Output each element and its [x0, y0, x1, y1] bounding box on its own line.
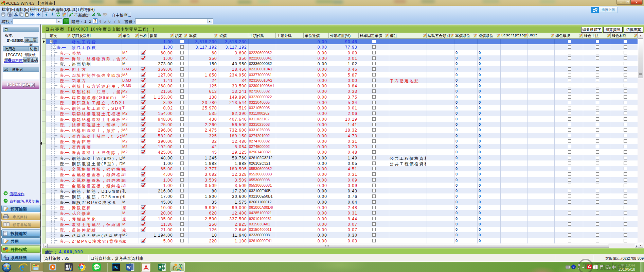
svg-text:.00: .00: [98, 15, 100, 17]
svg-text:LINE: LINE: [94, 266, 99, 268]
svg-text:Ps: Ps: [113, 265, 119, 270]
svg-text:T: T: [583, 261, 589, 271]
svg-text:Tasker: Tasker: [594, 261, 627, 272]
svg-text:X: X: [159, 265, 162, 269]
svg-text:$: $: [93, 13, 95, 17]
svg-text:W: W: [127, 265, 131, 269]
svg-text:5: 5: [181, 264, 182, 267]
